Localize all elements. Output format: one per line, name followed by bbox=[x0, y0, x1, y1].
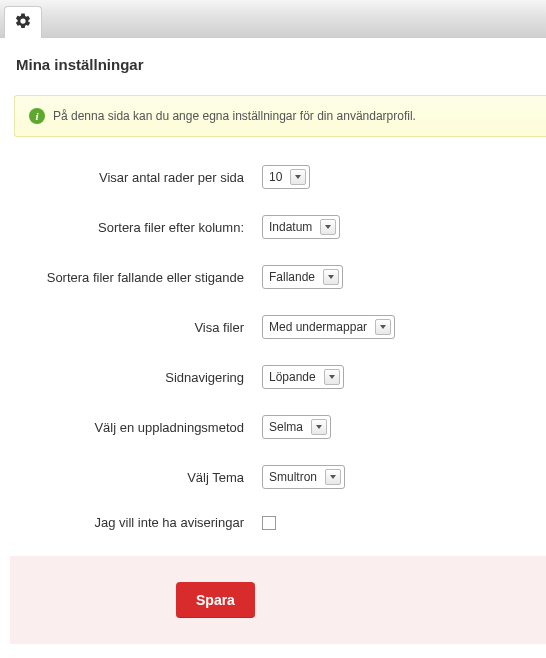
select-rows-per-page[interactable]: 10 bbox=[262, 165, 310, 189]
select-show-files[interactable]: Med undermappar bbox=[262, 315, 395, 339]
label-rows-per-page: Visar antal rader per sida bbox=[24, 170, 262, 185]
row-upload-method: Välj en uppladningsmetod Selma bbox=[24, 415, 522, 439]
label-sort-direction: Sortera filer fallande eller stigande bbox=[24, 270, 262, 285]
row-theme: Välj Tema Smultron bbox=[24, 465, 522, 489]
chevron-down-icon bbox=[325, 469, 341, 485]
gear-icon bbox=[14, 12, 32, 33]
select-value: Fallande bbox=[269, 270, 323, 284]
select-sort-column[interactable]: Indatum bbox=[262, 215, 340, 239]
select-value: Selma bbox=[269, 420, 311, 434]
select-pagination[interactable]: Löpande bbox=[262, 365, 344, 389]
select-value: 10 bbox=[269, 170, 290, 184]
save-button[interactable]: Spara bbox=[176, 582, 255, 618]
row-rows-per-page: Visar antal rader per sida 10 bbox=[24, 165, 522, 189]
content-area: Mina inställningar i På denna sida kan d… bbox=[0, 38, 546, 644]
info-box: i På denna sida kan du ange egna inställ… bbox=[14, 95, 546, 137]
label-upload-method: Välj en uppladningsmetod bbox=[24, 420, 262, 435]
select-upload-method[interactable]: Selma bbox=[262, 415, 331, 439]
tab-settings[interactable] bbox=[4, 6, 42, 38]
info-message: På denna sida kan du ange egna inställni… bbox=[53, 109, 416, 123]
row-sort-column: Sortera filer efter kolumn: Indatum bbox=[24, 215, 522, 239]
label-pagination: Sidnavigering bbox=[24, 370, 262, 385]
chevron-down-icon bbox=[323, 269, 339, 285]
chevron-down-icon bbox=[324, 369, 340, 385]
chevron-down-icon bbox=[375, 319, 391, 335]
checkbox-no-notifications[interactable] bbox=[262, 516, 276, 530]
settings-form: Visar antal rader per sida 10 Sortera fi… bbox=[16, 165, 530, 530]
row-pagination: Sidnavigering Löpande bbox=[24, 365, 522, 389]
select-theme[interactable]: Smultron bbox=[262, 465, 345, 489]
chevron-down-icon bbox=[290, 169, 306, 185]
row-sort-direction: Sortera filer fallande eller stigande Fa… bbox=[24, 265, 522, 289]
page-title: Mina inställningar bbox=[16, 56, 530, 73]
label-no-notifications: Jag vill inte ha aviseringar bbox=[24, 515, 262, 530]
info-icon: i bbox=[29, 108, 45, 124]
select-value: Indatum bbox=[269, 220, 320, 234]
select-value: Löpande bbox=[269, 370, 324, 384]
chevron-down-icon bbox=[320, 219, 336, 235]
label-sort-column: Sortera filer efter kolumn: bbox=[24, 220, 262, 235]
select-value: Smultron bbox=[269, 470, 325, 484]
row-show-files: Visa filer Med undermappar bbox=[24, 315, 522, 339]
tab-bar bbox=[0, 0, 546, 38]
row-no-notifications: Jag vill inte ha aviseringar bbox=[24, 515, 522, 530]
label-show-files: Visa filer bbox=[24, 320, 262, 335]
select-sort-direction[interactable]: Fallande bbox=[262, 265, 343, 289]
select-value: Med undermappar bbox=[269, 320, 375, 334]
form-footer: Spara bbox=[10, 556, 546, 644]
label-theme: Välj Tema bbox=[24, 470, 262, 485]
chevron-down-icon bbox=[311, 419, 327, 435]
